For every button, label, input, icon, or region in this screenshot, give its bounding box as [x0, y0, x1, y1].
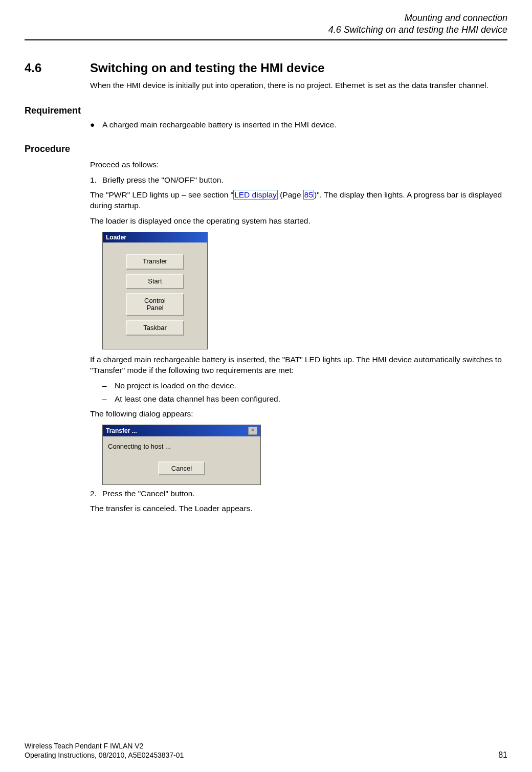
- loader-titlebar: Loader: [103, 232, 207, 242]
- dash-2-text: At least one data channel has been confi…: [115, 394, 280, 404]
- control-panel-button[interactable]: Control Panel: [126, 293, 184, 316]
- step-1-dash-1: – No project is loaded on the device.: [102, 381, 507, 390]
- procedure-heading: Procedure: [25, 144, 507, 155]
- footer-docinfo: Operating Instructions, 08/2010, A5E0245…: [25, 751, 184, 760]
- step-1: 1. Briefly press the "ON/OFF" button.: [90, 175, 507, 185]
- cancel-button[interactable]: Cancel: [158, 461, 205, 475]
- step-1-detail-2: The loader is displayed once the operati…: [90, 216, 507, 227]
- step-1-number: 1.: [90, 175, 102, 185]
- transfer-button[interactable]: Transfer: [126, 254, 184, 269]
- section-intro: When the HMI device is initially put int…: [90, 80, 507, 91]
- step1-p1-mid: (Page: [278, 190, 303, 199]
- requirement-block: ● A charged main rechargeable battery is…: [90, 120, 507, 129]
- step-1-detail-1: The "PWR" LED lights up – see section "L…: [90, 190, 507, 211]
- loader-body: Transfer Start Control Panel Taskbar: [103, 242, 207, 348]
- transfer-title: Transfer ...: [106, 427, 137, 434]
- running-header: Mounting and connection 4.6 Switching on…: [25, 12, 507, 36]
- step-2-detail-1: The transfer is canceled. The Loader app…: [90, 503, 507, 514]
- section-title: Switching on and testing the HMI device: [90, 61, 325, 75]
- step-2-number: 2.: [90, 489, 102, 498]
- requirement-heading: Requirement: [25, 105, 507, 116]
- procedure-intro: Proceed as follows:: [90, 160, 507, 170]
- footer-left: Wireless Teach Pendant F IWLAN V2 Operat…: [25, 741, 184, 760]
- transfer-titlebar: Transfer ... ×: [103, 425, 260, 436]
- transfer-body: Connecting to host ... Cancel: [103, 436, 260, 484]
- loader-title: Loader: [106, 234, 126, 241]
- section-heading-row: 4.6 Switching on and testing the HMI dev…: [25, 61, 507, 75]
- page-footer: Wireless Teach Pendant F IWLAN V2 Operat…: [25, 741, 507, 760]
- section-number: 4.6: [25, 61, 90, 75]
- loader-window: Loader Transfer Start Control Panel Task…: [102, 232, 208, 349]
- close-icon[interactable]: ×: [248, 427, 257, 435]
- step-2: 2. Press the "Cancel" button.: [90, 489, 507, 498]
- page-number: 81: [498, 751, 507, 760]
- section-intro-block: When the HMI device is initially put int…: [90, 80, 507, 91]
- page: Mounting and connection 4.6 Switching on…: [0, 0, 532, 772]
- dash-icon: –: [102, 381, 115, 390]
- footer-product: Wireless Teach Pendant F IWLAN V2: [25, 741, 184, 751]
- requirement-text: A charged main rechargeable battery is i…: [102, 120, 337, 129]
- header-rule: [25, 39, 507, 40]
- led-display-link[interactable]: LED display: [233, 190, 278, 200]
- dash-icon: –: [102, 394, 115, 404]
- step-1-dash-2: – At least one data channel has been con…: [102, 394, 507, 404]
- step1-p1-pre: The "PWR" LED lights up – see section ": [90, 190, 233, 199]
- page-85-link[interactable]: 85: [303, 190, 314, 200]
- dash-1-text: No project is loaded on the device.: [115, 381, 236, 390]
- step-1-detail-3: If a charged main rechargeable battery i…: [90, 355, 507, 376]
- header-section: 4.6 Switching on and testing the HMI dev…: [25, 24, 507, 36]
- start-button[interactable]: Start: [126, 274, 184, 289]
- step-2-text: Press the "Cancel" button.: [102, 489, 195, 498]
- transfer-status: Connecting to host ...: [108, 443, 255, 450]
- step-1-detail-4: The following dialog appears:: [90, 409, 507, 420]
- bullet-icon: ●: [90, 120, 102, 129]
- requirement-bullet: ● A charged main rechargeable battery is…: [90, 120, 507, 129]
- step-1-text: Briefly press the "ON/OFF" button.: [102, 175, 224, 185]
- procedure-block: Proceed as follows: 1. Briefly press the…: [90, 160, 507, 514]
- header-chapter: Mounting and connection: [25, 12, 507, 24]
- transfer-window: Transfer ... × Connecting to host ... Ca…: [102, 425, 261, 485]
- taskbar-button[interactable]: Taskbar: [126, 320, 184, 336]
